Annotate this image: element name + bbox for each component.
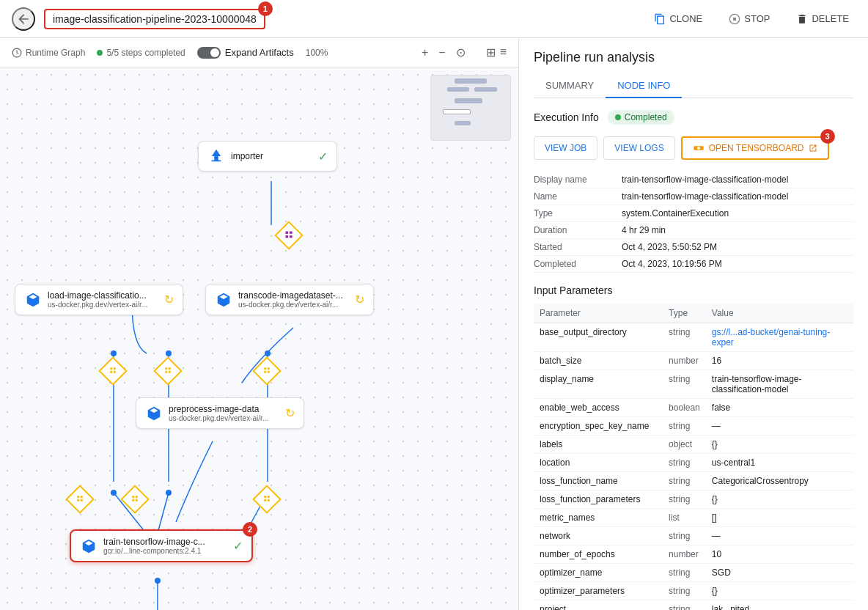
preprocess-node[interactable]: preprocess-image-data us-docker.pkg.dev/… xyxy=(136,397,304,429)
param-key-cell: batch_size xyxy=(534,352,663,370)
train-node[interactable]: 2 train-tensorflow-image-c... gcr.io/...… xyxy=(70,529,253,562)
table-row: projectstringlak...nited xyxy=(534,600,853,611)
canvas-toolbar: Runtime Graph 5/5 steps completed Expand… xyxy=(0,38,518,67)
param-value-cell[interactable]: gs://l...ad-bucket/genai-tuning-exper xyxy=(706,323,853,352)
execution-info-label: Execution Info xyxy=(534,111,599,123)
zoom-out-button[interactable]: − xyxy=(435,45,448,61)
svg-rect-46 xyxy=(264,499,266,501)
tab-node-info[interactable]: NODE INFO xyxy=(606,74,682,98)
svg-rect-41 xyxy=(136,499,138,501)
param-value-cell: — xyxy=(706,527,853,545)
back-button[interactable] xyxy=(12,7,35,31)
open-tensorboard-button[interactable]: OPEN TENSORBOARD xyxy=(681,136,829,160)
zoom-controls: + − ⊙ xyxy=(419,44,468,61)
stop-button[interactable]: STOP xyxy=(721,10,777,29)
steps-label: 5/5 steps completed xyxy=(106,48,185,58)
param-type-cell: list xyxy=(663,509,706,527)
load-node[interactable]: load-image-classificatio... us-docker.pk… xyxy=(15,284,183,315)
table-row: loss_function_parametersstring{} xyxy=(534,490,853,509)
expand-artifacts-label: Expand Artifacts xyxy=(225,47,294,58)
value-col-header: Value xyxy=(706,304,853,323)
table-row: display_namestringtrain-tensorflow-image… xyxy=(534,370,853,399)
artifact-node-1[interactable] xyxy=(279,225,299,246)
table-row: optimizer_parametersstring{} xyxy=(534,582,853,600)
table-row: locationstringus-central1 xyxy=(534,454,853,472)
zoom-reset-button[interactable]: ⊙ xyxy=(453,44,468,61)
param-value-cell: SGD xyxy=(706,564,853,582)
train-cube-icon xyxy=(80,537,98,555)
param-type-cell: string xyxy=(663,370,706,399)
runtime-graph-item[interactable]: Runtime Graph xyxy=(12,48,85,58)
param-value-cell: train-tensorflow-image-classification-mo… xyxy=(706,370,853,399)
view-logs-button[interactable]: VIEW LOGS xyxy=(603,136,674,160)
right-panel-header: Pipeline run analysis SUMMARY NODE INFO xyxy=(519,38,868,98)
clone-button[interactable]: CLONE xyxy=(647,10,710,29)
param-key-cell: metric_names xyxy=(534,509,663,527)
load-text: load-image-classificatio... us-docker.pk… xyxy=(48,290,147,309)
view-job-button[interactable]: VIEW JOB xyxy=(534,136,597,160)
badge-3: 3 xyxy=(820,129,835,144)
artifact-diamond-7[interactable] xyxy=(257,489,277,510)
param-key-cell: network xyxy=(534,527,663,545)
preprocess-title: preprocess-image-data xyxy=(169,404,268,414)
delete-label: DELETE xyxy=(812,13,849,24)
svg-rect-34 xyxy=(264,371,266,373)
artifact-diamond-2[interactable] xyxy=(103,361,123,381)
artifact-diamond-5[interactable] xyxy=(70,489,90,510)
expand-artifacts-toggle[interactable]: Expand Artifacts xyxy=(197,47,294,59)
clone-label: CLONE xyxy=(669,13,702,24)
diamond-inner-1 xyxy=(284,230,293,240)
load-cube-icon xyxy=(24,291,42,309)
zoom-in-button[interactable]: + xyxy=(419,45,431,61)
toggle-switch-control[interactable] xyxy=(197,47,221,59)
artifact-diamond-6[interactable] xyxy=(125,489,145,510)
param-value-cell: lak...nited xyxy=(706,600,853,611)
param-value-cell: {} xyxy=(706,490,853,509)
param-key-cell: location xyxy=(534,454,663,472)
tensorboard-label: OPEN TENSORBOARD xyxy=(709,143,804,153)
diamond-3 xyxy=(153,356,183,386)
stop-label: STOP xyxy=(744,13,770,24)
svg-rect-40 xyxy=(136,496,138,498)
svg-rect-23 xyxy=(110,367,112,370)
param-key-cell: project xyxy=(534,600,663,611)
status-text: Completed xyxy=(625,112,667,122)
table-row: loss_function_namestringCategoricalCross… xyxy=(534,472,853,490)
svg-rect-45 xyxy=(268,499,270,501)
view-icons: ⊞ ≡ xyxy=(486,45,507,59)
diamond-2 xyxy=(98,356,128,386)
svg-rect-26 xyxy=(110,371,112,373)
load-sub: us-docker.pkg.dev/vertex-ai/r... xyxy=(48,301,147,309)
importer-node[interactable]: importer ✓ xyxy=(198,141,337,172)
param-type-cell: string xyxy=(663,417,706,436)
pipeline-canvas[interactable]: importer ✓ xyxy=(0,67,518,610)
delete-button[interactable]: DELETE xyxy=(789,10,856,29)
param-value-cell: {} xyxy=(706,582,853,600)
param-value-cell: false xyxy=(706,399,853,417)
svg-rect-36 xyxy=(81,496,83,498)
train-title: train-tensorflow-image-c... xyxy=(103,537,205,547)
info-started: Started Oct 4, 2023, 5:50:52 PM xyxy=(534,239,853,256)
table-row: number_of_epochsnumber10 xyxy=(534,545,853,564)
artifact-diamond-4[interactable] xyxy=(257,361,277,381)
svg-point-17 xyxy=(155,578,161,584)
info-completed: Completed Oct 4, 2023, 10:19:56 PM xyxy=(534,256,853,273)
param-type-cell: string xyxy=(663,472,706,490)
param-value-cell: 10 xyxy=(706,545,853,564)
diamond-6 xyxy=(120,485,150,514)
artifact-diamond-3[interactable] xyxy=(158,361,178,381)
transcode-sub: us-docker.pkg.dev/vertex-ai/r... xyxy=(238,301,343,309)
transcode-text: transcode-imagedataset-... us-docker.pkg… xyxy=(238,290,343,309)
param-key-cell: optimizer_parameters xyxy=(534,582,663,600)
transcode-node[interactable]: transcode-imagedataset-... us-docker.pkg… xyxy=(205,284,374,315)
param-key-cell: base_output_directory xyxy=(534,323,663,352)
execution-info-row: Execution Info Completed xyxy=(534,110,853,125)
grid-view-icon[interactable]: ⊞ xyxy=(486,45,496,59)
runtime-graph-label: Runtime Graph xyxy=(26,48,85,58)
tab-summary[interactable]: SUMMARY xyxy=(534,74,606,98)
list-view-icon[interactable]: ≡ xyxy=(500,45,507,59)
table-row: optimizer_namestringSGD xyxy=(534,564,853,582)
param-type-cell: string xyxy=(663,527,706,545)
info-display-name: Display name train-tensorflow-image-clas… xyxy=(534,172,853,188)
svg-line-8 xyxy=(158,493,169,533)
